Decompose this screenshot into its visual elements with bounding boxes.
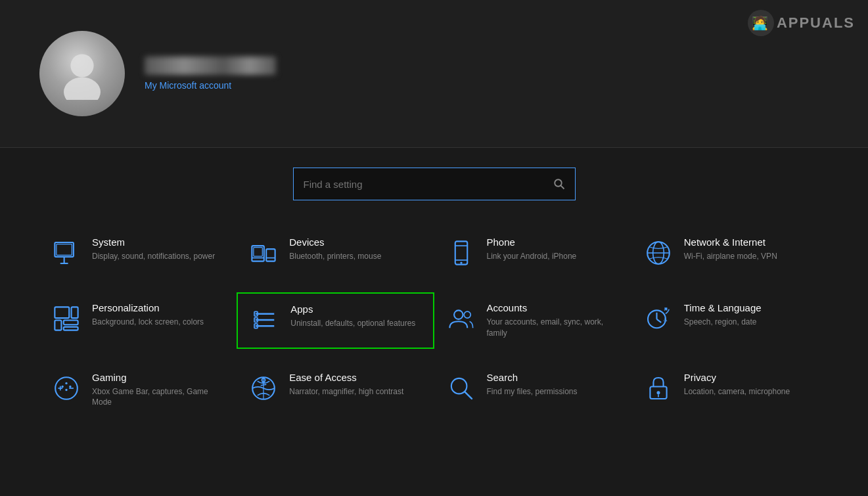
gaming-icon — [53, 374, 80, 405]
main-content: System Display, sound, notifications, po… — [0, 148, 868, 438]
devices-icon — [250, 239, 277, 269]
devices-text: Devices Bluetooth, printers, mouse — [289, 237, 381, 262]
system-title: System — [92, 237, 215, 248]
accounts-desc: Your accounts, email, sync, work, family — [487, 317, 618, 339]
svg-rect-7 — [57, 244, 72, 256]
phone-text: Phone Link your Android, iPhone — [487, 237, 577, 262]
settings-item-privacy[interactable]: Privacy Location, camera, microphone — [631, 362, 829, 418]
time-icon: A — [645, 305, 672, 335]
svg-point-40 — [69, 385, 71, 387]
privacy-icon — [645, 374, 672, 405]
time-desc: Speech, region, date — [684, 317, 762, 328]
system-icon — [53, 239, 80, 269]
apps-icon — [251, 306, 279, 336]
settings-item-personalization[interactable]: Personalization Background, lock screen,… — [39, 292, 237, 349]
network-text: Network & Internet Wi-Fi, airplane mode,… — [684, 237, 777, 262]
apps-desc: Uninstall, defaults, optional features — [290, 318, 415, 329]
svg-rect-22 — [64, 321, 78, 325]
settings-item-search[interactable]: Search Find my files, permissions — [434, 362, 631, 418]
accounts-text: Accounts Your accounts, email, sync, wor… — [487, 302, 618, 339]
svg-point-41 — [65, 388, 67, 390]
svg-line-3 — [560, 186, 564, 189]
svg-point-52 — [656, 391, 660, 394]
search-settings-text: Search Find my files, permissions — [487, 372, 578, 397]
avatar — [39, 31, 125, 116]
apps-title: Apps — [290, 304, 415, 315]
username-display — [145, 56, 276, 75]
settings-item-devices[interactable]: Devices Bluetooth, printers, mouse — [237, 227, 434, 279]
network-desc: Wi-Fi, airplane mode, VPN — [684, 251, 777, 262]
system-text: System Display, sound, notifications, po… — [92, 237, 215, 262]
svg-text:A: A — [663, 317, 667, 323]
svg-point-32 — [464, 311, 470, 318]
time-title: Time & Language — [684, 302, 762, 313]
svg-rect-24 — [72, 307, 78, 318]
ease-desc: Narrator, magnifier, high contrast — [289, 386, 403, 397]
svg-point-39 — [65, 382, 67, 384]
search-icon[interactable] — [553, 178, 565, 190]
watermark-icon: 🧑‍💻 — [748, 10, 774, 36]
svg-line-48 — [261, 384, 266, 386]
user-info: My Microsoft account — [145, 56, 276, 91]
svg-rect-20 — [55, 307, 69, 318]
apps-text: Apps Uninstall, defaults, optional featu… — [290, 304, 415, 329]
settings-item-apps[interactable]: Apps Uninstall, defaults, optional featu… — [237, 292, 434, 349]
network-icon — [645, 239, 672, 269]
gaming-title: Gaming — [92, 372, 223, 383]
gaming-text: Gaming Xbox Game Bar, captures, Game Mod… — [92, 372, 223, 409]
settings-item-phone[interactable]: Phone Link your Android, iPhone — [434, 227, 631, 279]
settings-item-gaming[interactable]: Gaming Xbox Game Bar, captures, Game Mod… — [39, 362, 237, 418]
personalization-text: Personalization Background, lock screen,… — [92, 302, 204, 328]
privacy-text: Privacy Location, camera, microphone — [684, 372, 790, 397]
search-box — [293, 168, 576, 200]
devices-title: Devices — [289, 237, 381, 248]
svg-rect-21 — [55, 321, 61, 330]
svg-point-31 — [454, 310, 463, 319]
svg-point-38 — [61, 385, 63, 387]
privacy-desc: Location, camera, microphone — [684, 386, 790, 397]
devices-desc: Bluetooth, printers, mouse — [289, 251, 381, 262]
settings-item-system[interactable]: System Display, sound, notifications, po… — [39, 227, 237, 279]
gaming-desc: Xbox Game Bar, captures, Game Mode — [92, 386, 223, 409]
svg-point-2 — [555, 179, 562, 187]
phone-icon — [447, 239, 475, 269]
svg-rect-10 — [266, 249, 275, 261]
settings-item-ease[interactable]: Ease of Access Narrator, magnifier, high… — [237, 362, 434, 418]
header: My Microsoft account 🧑‍💻 APPUALS — [0, 0, 868, 148]
watermark-text: APPUALS — [777, 14, 855, 32]
settings-item-time[interactable]: A Time & Language Speech, region, date — [631, 292, 829, 349]
svg-rect-12 — [254, 248, 262, 256]
search-input[interactable] — [304, 179, 553, 190]
ease-title: Ease of Access — [289, 372, 403, 383]
search-settings-desc: Find my files, permissions — [487, 386, 578, 397]
svg-line-50 — [465, 392, 472, 399]
svg-point-16 — [460, 261, 462, 263]
watermark: 🧑‍💻 APPUALS — [748, 10, 855, 36]
svg-rect-13 — [455, 241, 467, 264]
personalization-title: Personalization — [92, 302, 204, 313]
accounts-icon — [447, 305, 475, 335]
ease-text: Ease of Access Narrator, magnifier, high… — [289, 372, 403, 397]
system-desc: Display, sound, notifications, power — [92, 251, 215, 262]
search-settings-icon — [447, 374, 475, 405]
personalization-desc: Background, lock screen, colors — [92, 317, 204, 328]
settings-item-accounts[interactable]: Accounts Your accounts, email, sync, wor… — [434, 292, 631, 349]
phone-desc: Link your Android, iPhone — [487, 251, 577, 262]
svg-point-0 — [70, 54, 93, 77]
settings-item-network[interactable]: Network & Internet Wi-Fi, airplane mode,… — [631, 227, 829, 279]
network-title: Network & Internet — [684, 237, 777, 248]
svg-rect-4 — [55, 242, 74, 257]
svg-rect-23 — [64, 327, 78, 330]
settings-grid: System Display, sound, notifications, po… — [39, 227, 829, 418]
ease-icon — [250, 374, 277, 405]
search-settings-title: Search — [487, 372, 578, 383]
accounts-title: Accounts — [487, 302, 618, 313]
privacy-title: Privacy — [684, 372, 790, 383]
microsoft-account-link[interactable]: My Microsoft account — [145, 80, 276, 91]
phone-title: Phone — [487, 237, 577, 248]
svg-line-35 — [656, 319, 661, 323]
svg-point-1 — [64, 78, 101, 100]
time-text: Time & Language Speech, region, date — [684, 302, 762, 328]
personalization-icon — [53, 305, 80, 335]
search-container — [39, 168, 829, 200]
